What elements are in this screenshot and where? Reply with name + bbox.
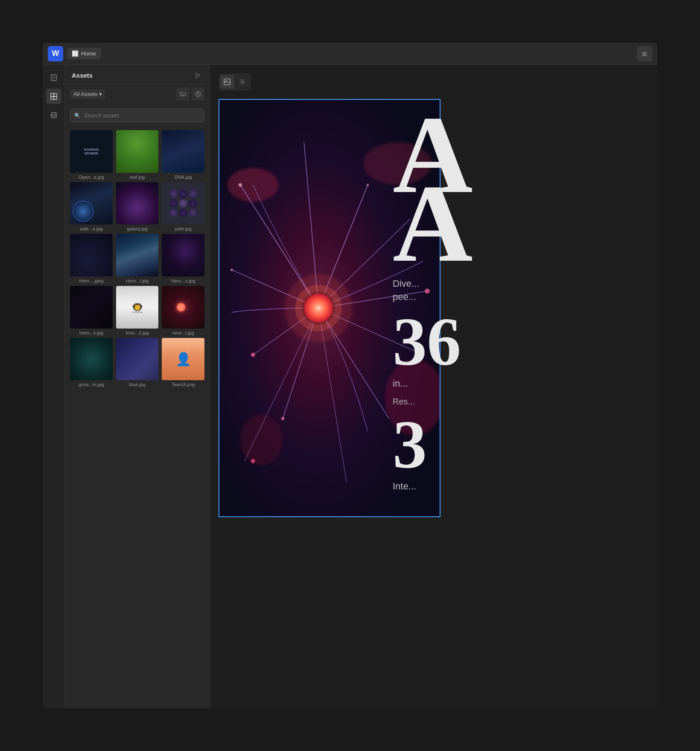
asset-thumbnail: 👨‍🚀 (116, 286, 159, 329)
logo-button[interactable]: W (48, 46, 63, 61)
assets-panel-title: Assets (72, 72, 93, 79)
asset-label: Team3.png (162, 382, 204, 387)
svg-rect-13 (224, 79, 230, 85)
list-item[interactable]: Hero...s.jpg (70, 286, 113, 335)
list-item[interactable]: sate...e.jpg (70, 182, 113, 232)
asset-thumbnail (116, 130, 159, 173)
asset-label: leaf.jpg (116, 175, 159, 180)
svg-rect-4 (51, 93, 54, 96)
asset-thumbnail (70, 234, 113, 277)
asset-row-3: Hero....jpeg Hero...l.jpg Hero...s.jpg (70, 234, 204, 283)
asset-thumbnail (162, 130, 204, 173)
svg-point-35 (251, 353, 255, 357)
svg-rect-6 (51, 96, 54, 99)
svg-point-20 (240, 414, 283, 466)
asset-label: Hero...s.jpg (70, 330, 113, 335)
asset-thumbnail (116, 182, 159, 225)
chevron-down-icon: ▾ (99, 91, 102, 97)
asset-row-2: sate...e.jpg galaxy.jpg (70, 182, 204, 232)
assets-panel: Assets |> All Assets ▾ (65, 65, 210, 708)
collapse-button[interactable]: |> (192, 71, 203, 79)
svg-point-8 (51, 113, 56, 115)
stat-2-label: Inte... (393, 480, 640, 493)
stat-1-number: 36 (393, 312, 640, 370)
stat-1-label: Res... (393, 397, 640, 407)
asset-thumbnail (162, 234, 204, 277)
list-item[interactable]: SCIENCESPHERE Open...e.jpg (70, 130, 113, 180)
app-container: W ⬜ Home ⊞ (43, 43, 657, 708)
list-item[interactable]: 👨‍🚀 Inno...2.jpg (116, 286, 159, 335)
assets-header: Assets |> (65, 65, 210, 84)
svg-point-43 (301, 291, 335, 325)
large-letter-2: A (393, 176, 640, 271)
asset-label: DNA.jpg (162, 175, 204, 180)
asset-row-1: SCIENCESPHERE Open...e.jpg leaf.jpg (70, 130, 204, 180)
asset-label: Hero...l.jpg (116, 278, 159, 283)
main-content: Assets |> All Assets ▾ (43, 65, 657, 708)
svg-point-37 (367, 183, 369, 186)
asset-thumbnail (116, 234, 159, 277)
svg-point-36 (281, 417, 284, 420)
search-input[interactable] (70, 108, 204, 122)
canvas-area: A A Dive...pee... 36 in... Res... 3 Inte… (210, 65, 657, 708)
top-bar-right: ⊞ (637, 46, 652, 61)
asset-label: blue.jpg (116, 382, 159, 387)
assets-toolbar: All Assets ▾ (65, 84, 210, 104)
asset-row-4: Hero...s.jpg 👨‍🚀 Inno...2.jpg (70, 286, 204, 335)
list-item[interactable]: Hero...l.jpg (116, 234, 159, 283)
asset-label: petri.jpg (162, 226, 204, 231)
sidebar-item-assets[interactable] (46, 89, 61, 104)
list-item[interactable]: leaf.jpg (116, 130, 159, 180)
home-tab-icon: ⬜ (72, 50, 79, 57)
asset-label: Hero....jpeg (70, 278, 113, 283)
asset-label: neur...l.jpg (162, 330, 204, 335)
window-icon: ⊞ (642, 50, 647, 57)
asset-thumbnail (70, 286, 113, 329)
filter-label: All Assets (73, 91, 97, 97)
asset-thumbnail: SCIENCESPHERE (70, 130, 113, 173)
filter-dropdown[interactable]: All Assets ▾ (70, 89, 105, 99)
top-bar-left: W ⬜ Home (48, 46, 101, 61)
asset-thumbnail (162, 182, 204, 225)
asset-label: grow...m.jpg (70, 382, 113, 387)
stat-2-number: 3 (393, 415, 640, 473)
icon-sidebar (43, 65, 65, 708)
svg-rect-5 (54, 93, 57, 96)
asset-thumbnail (116, 338, 159, 381)
list-item[interactable]: petri.jpg (162, 182, 204, 232)
asset-thumbnail (162, 286, 204, 329)
asset-thumbnail (70, 182, 113, 225)
canvas-toolbar (219, 73, 251, 90)
list-item[interactable]: Hero...s.jpg (162, 234, 204, 283)
list-item[interactable]: blue.jpg (116, 338, 159, 387)
assets-grid: SCIENCESPHERE Open...e.jpg leaf.jpg (65, 127, 210, 708)
list-item[interactable]: grow...m.jpg (70, 338, 113, 387)
home-tab[interactable]: ⬜ Home (67, 48, 101, 59)
list-item[interactable]: 👤 Team3.png (162, 338, 204, 387)
home-tab-label: Home (81, 50, 96, 57)
window-button[interactable]: ⊞ (637, 46, 652, 61)
canvas-text-content: A A Dive...pee... 36 in... Res... 3 Inte… (384, 99, 649, 509)
upload-button[interactable] (192, 87, 204, 100)
list-item[interactable]: DNA.jpg (162, 130, 204, 180)
search-bar: 🔍 (70, 108, 204, 122)
new-folder-button[interactable] (176, 87, 189, 100)
list-item[interactable]: galaxy.jpg (116, 182, 159, 232)
svg-point-34 (230, 268, 233, 271)
asset-label: galaxy.jpg (116, 226, 159, 231)
image-tool-button[interactable] (220, 75, 234, 89)
asset-thumbnail: 👤 (162, 338, 204, 381)
search-icon: 🔍 (74, 113, 81, 119)
svg-point-33 (239, 183, 242, 186)
asset-label: Open...e.jpg (70, 175, 113, 180)
sidebar-item-document[interactable] (46, 70, 61, 85)
settings-tool-button[interactable] (236, 75, 249, 89)
top-bar: W ⬜ Home ⊞ (43, 43, 657, 65)
svg-point-14 (225, 80, 227, 82)
sidebar-item-database[interactable] (46, 108, 61, 123)
svg-point-40 (251, 459, 255, 463)
list-item[interactable]: Hero....jpeg (70, 234, 113, 283)
asset-label: Inno...2.jpg (116, 330, 159, 335)
list-item[interactable]: neur...l.jpg (162, 286, 204, 335)
svg-point-15 (242, 81, 244, 83)
